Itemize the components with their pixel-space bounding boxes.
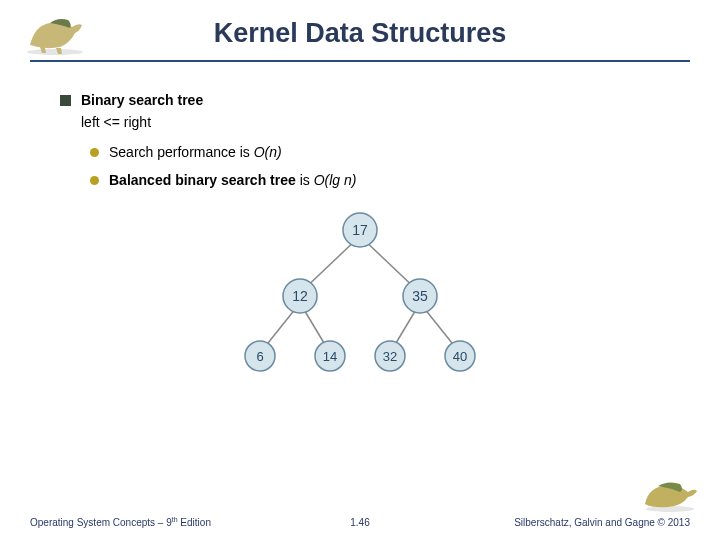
bullet-main: Binary search tree [60, 92, 660, 108]
footer-center: 1.46 [350, 517, 369, 528]
slide: Kernel Data Structures Binary search tre… [0, 0, 720, 540]
svg-text:14: 14 [323, 349, 337, 364]
square-bullet-icon [60, 95, 71, 106]
svg-point-21 [646, 506, 694, 512]
bullet-item-1: Balanced binary search tree is O(lg n) [90, 172, 660, 188]
tree-node-0: 17 [343, 213, 377, 247]
dinosaur-left-icon [20, 5, 90, 55]
footer-left-b: Edition [178, 517, 211, 528]
dot-bullet-icon [90, 148, 99, 157]
tree-node-4: 14 [315, 341, 345, 371]
bullet-main-text: Binary search tree [81, 92, 203, 108]
text-ital: O(n) [254, 144, 282, 160]
footer-left: Operating System Concepts – 9th Edition [30, 516, 211, 528]
tree-diagram: 17 12 35 6 14 [210, 208, 510, 378]
text-span: Search performance is [109, 144, 254, 160]
footer-right: Silberschatz, Galvin and Gagne © 2013 [514, 517, 690, 528]
bullet-sub: left <= right [81, 114, 660, 130]
bullet-item-1-text: Balanced binary search tree is O(lg n) [109, 172, 356, 188]
header: Kernel Data Structures [30, 0, 690, 62]
svg-text:32: 32 [383, 349, 397, 364]
svg-text:12: 12 [292, 288, 308, 304]
tree-node-5: 32 [375, 341, 405, 371]
svg-text:6: 6 [256, 349, 263, 364]
tree-node-3: 6 [245, 341, 275, 371]
tree-node-1: 12 [283, 279, 317, 313]
tree-node-6: 40 [445, 341, 475, 371]
tree-node-2: 35 [403, 279, 437, 313]
text-bold: Balanced binary search tree [109, 172, 296, 188]
svg-text:40: 40 [453, 349, 467, 364]
text-ital: O(lg n) [314, 172, 357, 188]
content: Binary search tree left <= right Search … [0, 62, 720, 378]
footer-left-a: Operating System Concepts – 9 [30, 517, 172, 528]
page-title: Kernel Data Structures [30, 0, 690, 49]
svg-text:35: 35 [412, 288, 428, 304]
dot-bullet-icon [90, 176, 99, 185]
bullet-item-0-text: Search performance is O(n) [109, 144, 282, 160]
svg-point-0 [27, 49, 83, 55]
dinosaur-right-icon [640, 474, 700, 512]
text-span: is [296, 172, 314, 188]
svg-text:17: 17 [352, 222, 368, 238]
bullet-item-0: Search performance is O(n) [90, 144, 660, 160]
tree-svg: 17 12 35 6 14 [220, 208, 500, 378]
